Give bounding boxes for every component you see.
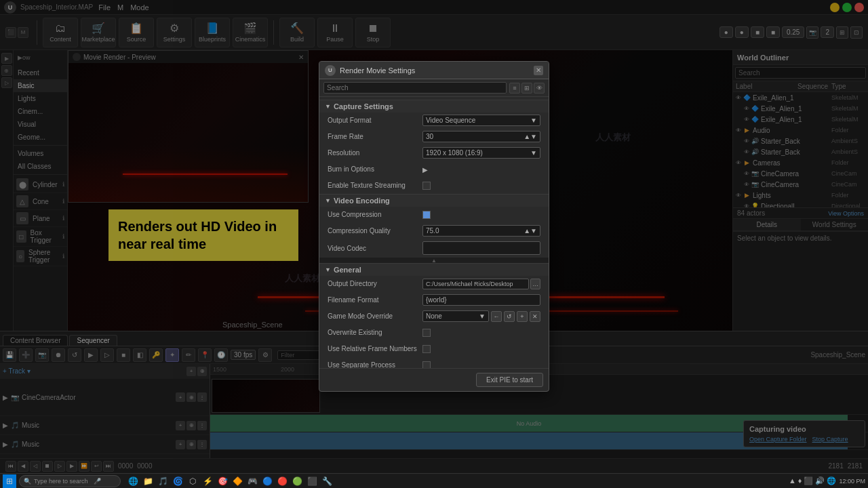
use-compression-value [422, 211, 540, 219]
output-dir-input[interactable]: C:/Users/Michael Ricks/Desktop [422, 279, 529, 289]
game-mode-value: None ▼ ← ↺ + ✕ [422, 310, 540, 322]
row-output-directory: Output Directory C:/Users/Michael Ricks/… [319, 276, 549, 292]
modal-grid-view[interactable]: ⊞ [521, 83, 532, 94]
taskbar-icon-9[interactable]: 🎮 [245, 474, 259, 488]
modal-body: ▼ Capture Settings Output Format Video S… [319, 97, 549, 368]
taskbar-icon-13[interactable]: ⬛ [305, 474, 319, 488]
section-general[interactable]: ▼ General [319, 263, 549, 276]
burn-in-label: Burn in Options [328, 165, 422, 173]
row-compression-quality: Compression Quality 75.0 ▲▼ [319, 223, 549, 239]
exit-pie-button[interactable]: Exit PIE to start [476, 373, 543, 387]
row-filename-format: Filename Format {world} [319, 292, 549, 308]
use-compression-checkbox[interactable] [422, 211, 431, 219]
modal-list-view[interactable]: ≡ [509, 83, 520, 94]
taskbar-icon-7[interactable]: 🎯 [216, 474, 229, 488]
compression-quality-input[interactable]: 75.0 ▲▼ [422, 225, 540, 237]
taskbar-right-area: ▲ ♦ ⬛ 🔊 🌐 12:00 PM [789, 476, 865, 485]
output-dir-browse-btn[interactable]: … [530, 279, 540, 289]
relative-frames-value [422, 345, 540, 353]
section-capture-settings[interactable]: ▼ Capture Settings [319, 100, 549, 113]
row-frame-rate: Frame Rate 30 ▲▼ [319, 129, 549, 145]
row-output-format: Output Format Video Sequence ▼ [319, 113, 549, 129]
row-overwrite-existing: Overwrite Existing [319, 325, 549, 341]
texture-streaming-checkbox[interactable] [422, 182, 431, 190]
frame-rate-input[interactable]: 30 ▲▼ [422, 131, 540, 142]
taskbar-sys-1[interactable]: ▲ [789, 476, 796, 485]
overwrite-checkbox[interactable] [422, 329, 431, 337]
taskbar-network-icon[interactable]: 🌐 [827, 476, 836, 485]
burn-in-expand-icon[interactable]: ▶ [422, 166, 428, 174]
game-mode-btn-2[interactable]: ↺ [504, 311, 515, 322]
game-mode-btn-3[interactable]: + [517, 311, 528, 322]
taskbar-sys-3[interactable]: ⬛ [804, 476, 813, 485]
dropdown-arrow-icon: ▼ [530, 117, 537, 124]
modal-overlay: U Render Movie Settings ✕ ≡ ⊞ 👁 ▼ Captur… [0, 0, 868, 488]
row-separate-process: Use Separate Process [319, 357, 549, 368]
row-resolution: Resolution 1920 x 1080 (16:9) ▼ [319, 145, 549, 161]
game-mode-btn-4[interactable]: ✕ [530, 311, 540, 322]
modal-search-area: ≡ ⊞ 👁 [319, 79, 549, 97]
taskbar-icon-3[interactable]: 🎵 [156, 474, 170, 488]
resolution-arrow-icon: ▼ [530, 149, 537, 157]
video-codec-input[interactable] [422, 241, 540, 255]
taskbar-icon-2[interactable]: 📁 [141, 474, 155, 488]
output-format-dropdown[interactable]: Video Sequence ▼ [422, 115, 540, 126]
row-burn-in: Burn in Options ▶ [319, 161, 549, 178]
taskbar-time: 12:00 PM [839, 478, 865, 485]
filename-format-input[interactable]: {world} [422, 294, 540, 306]
taskbar-volume-icon[interactable]: 🔊 [815, 476, 825, 485]
modal-titlebar: U Render Movie Settings ✕ [319, 62, 549, 79]
row-use-compression: Use Compression [319, 207, 549, 223]
compression-quality-value: 75.0 ▲▼ [422, 225, 540, 237]
windows-start-button[interactable]: ⊞ [3, 474, 16, 488]
taskbar-icon-5[interactable]: ⬡ [186, 474, 199, 488]
game-mode-group: None ▼ ← ↺ + ✕ [422, 310, 540, 322]
render-settings-modal: U Render Movie Settings ✕ ≡ ⊞ 👁 ▼ Captur… [319, 61, 549, 392]
row-relative-frame-numbers: Use Relative Frame Numbers [319, 341, 549, 357]
capture-arrow-icon: ▼ [325, 103, 331, 110]
taskbar-icon-10[interactable]: 🔵 [260, 474, 274, 488]
separate-process-label: Use Separate Process [328, 361, 422, 368]
relative-frames-checkbox[interactable] [422, 345, 431, 353]
modal-eye-btn[interactable]: 👁 [534, 83, 545, 94]
game-mode-btn-1[interactable]: ← [491, 311, 502, 322]
modal-footer: Exit PIE to start [319, 368, 549, 391]
resolution-dropdown[interactable]: 1920 x 1080 (16:9) ▼ [422, 147, 540, 159]
modal-close-button[interactable]: ✕ [534, 66, 543, 75]
resolution-text: 1920 x 1080 (16:9) [426, 149, 483, 157]
use-compression-label: Use Compression [328, 211, 422, 218]
separate-process-checkbox[interactable] [422, 361, 431, 369]
overwrite-value [422, 329, 540, 337]
taskbar-icon-12[interactable]: 🟢 [290, 474, 304, 488]
output-format-text: Video Sequence [426, 117, 475, 124]
taskbar-icon-1[interactable]: 🌐 [126, 474, 140, 488]
general-arrow-icon: ▼ [325, 266, 331, 273]
mic-icon: 🎤 [94, 478, 101, 485]
modal-search-input[interactable] [323, 82, 507, 94]
taskbar-icon-8[interactable]: 🔶 [231, 474, 244, 488]
burn-in-value: ▶ [422, 165, 540, 174]
taskbar-sys-icons: ▲ ♦ ⬛ 🔊 🌐 [789, 476, 837, 485]
capture-settings-label: Capture Settings [334, 102, 393, 110]
section-video-encoding[interactable]: ▼ Video Encoding [319, 194, 549, 207]
collapse-bar[interactable]: ▲ [319, 258, 549, 263]
taskbar-sys-2[interactable]: ♦ [798, 476, 802, 485]
overwrite-label: Overwrite Existing [328, 329, 422, 336]
game-mode-label: Game Mode Override [328, 312, 422, 320]
resolution-label: Resolution [328, 149, 422, 157]
taskbar-icon-4[interactable]: 🌀 [171, 474, 184, 488]
separate-process-value [422, 361, 540, 369]
taskbar-search-box[interactable]: 🔍 Type here to search 🎤 [19, 475, 121, 487]
game-mode-dropdown[interactable]: None ▼ [422, 310, 489, 322]
taskbar-icon-11[interactable]: 🔴 [275, 474, 289, 488]
taskbar-icon-6[interactable]: ⚡ [201, 474, 214, 488]
relative-frames-label: Use Relative Frame Numbers [328, 345, 422, 352]
search-icon: 🔍 [24, 478, 31, 485]
game-mode-arrow-icon: ▼ [479, 312, 486, 320]
taskbar-app-icons: 🌐 📁 🎵 🌀 ⬡ ⚡ 🎯 🔶 🎮 🔵 🔴 🟢 ⬛ 🔧 [126, 474, 334, 488]
video-encoding-label: Video Encoding [334, 197, 390, 205]
taskbar-icon-14[interactable]: 🔧 [320, 474, 334, 488]
video-codec-value [422, 241, 540, 255]
filename-format-value: {world} [422, 294, 540, 306]
taskbar: ⊞ 🔍 Type here to search 🎤 🌐 📁 🎵 🌀 ⬡ ⚡ 🎯 … [0, 473, 868, 488]
